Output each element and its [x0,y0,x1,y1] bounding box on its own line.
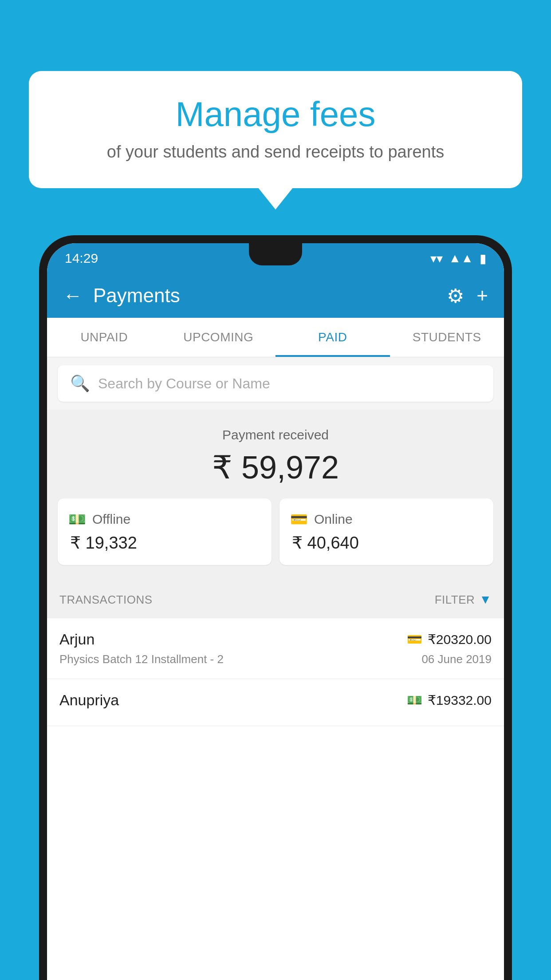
signal-icon: ▲▲ [449,251,473,265]
transaction-item[interactable]: Arjun 💳 ₹20320.00 Physics Batch 12 Insta… [47,618,504,679]
search-container: 🔍 Search by Course or Name [47,357,504,410]
search-icon: 🔍 [70,374,90,393]
offline-card: 💵 Offline ₹ 19,332 [58,498,272,565]
offline-label: Offline [92,512,130,527]
payment-summary: Payment received ₹ 59,972 💵 Offline ₹ 19… [47,410,504,581]
payment-total-amount: ₹ 59,972 [58,449,493,486]
transaction-amount: ₹20320.00 [428,632,492,647]
student-name: Arjun [59,631,94,648]
phone-frame: 14:29 ▾▾ ▲▲ ▮ ← Payments ⚙ + UNPAID UPCO… [39,235,512,980]
offline-payment-icon: 💵 [407,693,422,707]
settings-icon[interactable]: ⚙ [447,285,464,307]
offline-amount: ₹ 19,332 [68,533,261,553]
transaction-amount-row: 💵 ₹19332.00 [407,692,492,708]
transactions-label: TRANSACTIONS [59,593,153,607]
status-time: 14:29 [65,251,98,266]
filter-label: FILTER [435,593,475,607]
online-card: 💳 Online ₹ 40,640 [279,498,493,565]
speech-bubble: Manage fees of your students and send re… [29,71,522,188]
back-button[interactable]: ← [63,285,83,307]
tab-paid[interactable]: PAID [276,318,390,357]
search-placeholder: Search by Course or Name [98,375,270,392]
course-info: Physics Batch 12 Installment - 2 [59,652,224,666]
header-actions: ⚙ + [447,285,488,307]
tab-unpaid[interactable]: UNPAID [47,318,161,357]
tab-upcoming[interactable]: UPCOMING [161,318,276,357]
phone-screen: 14:29 ▾▾ ▲▲ ▮ ← Payments ⚙ + UNPAID UPCO… [47,243,504,980]
wifi-icon: ▾▾ [430,251,443,266]
transaction-amount: ₹19332.00 [428,692,492,708]
add-icon[interactable]: + [476,285,488,307]
app-header: ← Payments ⚙ + [47,273,504,318]
transaction-amount-row: 💳 ₹20320.00 [407,632,492,647]
payment-received-label: Payment received [58,427,493,443]
status-bar: 14:29 ▾▾ ▲▲ ▮ [47,243,504,273]
transaction-date: 06 June 2019 [421,652,492,666]
online-icon: 💳 [290,511,308,528]
payment-breakdown: 💵 Offline ₹ 19,332 💳 Online ₹ 40,640 [58,498,493,565]
search-bar[interactable]: 🔍 Search by Course or Name [58,365,493,402]
tab-bar: UNPAID UPCOMING PAID STUDENTS [47,318,504,357]
student-name: Anupriya [59,692,119,709]
transaction-row-bottom: Physics Batch 12 Installment - 2 06 June… [59,652,492,666]
online-amount: ₹ 40,640 [290,533,483,553]
page-title: Payments [93,285,447,307]
bubble-subtitle: of your students and send receipts to pa… [55,142,496,162]
filter-button[interactable]: FILTER ▼ [435,593,492,607]
speech-bubble-container: Manage fees of your students and send re… [29,71,522,188]
transaction-item[interactable]: Anupriya 💵 ₹19332.00 [47,679,504,726]
offline-icon: 💵 [68,511,86,528]
online-card-header: 💳 Online [290,511,483,528]
camera-notch [249,243,302,265]
transaction-row-top: Anupriya 💵 ₹19332.00 [59,692,492,709]
battery-icon: ▮ [480,251,486,266]
tab-students[interactable]: STUDENTS [390,318,504,357]
bubble-title: Manage fees [55,95,496,134]
transactions-header: TRANSACTIONS FILTER ▼ [47,581,504,618]
status-icons: ▾▾ ▲▲ ▮ [430,251,486,266]
offline-card-header: 💵 Offline [68,511,261,528]
transaction-row-top: Arjun 💳 ₹20320.00 [59,631,492,648]
filter-icon: ▼ [479,593,492,607]
online-payment-icon: 💳 [407,632,422,647]
online-label: Online [314,512,353,527]
